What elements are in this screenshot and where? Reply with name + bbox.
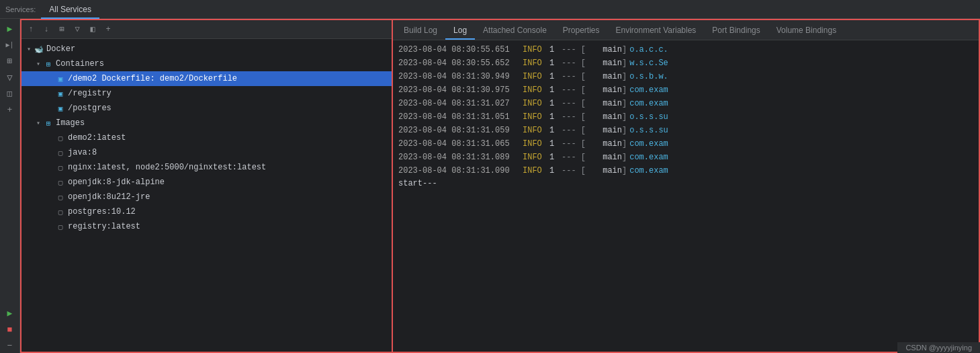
grid2-button[interactable]: ⊞ (55, 23, 69, 36)
log-thread: main (588, 165, 622, 177)
log-bracket: ] (622, 84, 627, 96)
log-last-line: start--- (393, 178, 979, 190)
panel-toolbar: ↑ ↓ ⊞ ▽ ◧ + (21, 20, 392, 39)
demo2-latest-label: demo2:latest (68, 133, 126, 143)
log-timestamp: 2023-08-04 08:31:30.949 (398, 71, 523, 83)
log-line-2: 2023-08-04 08:31:30.949 INFO 1 --- [ mai… (393, 70, 979, 83)
nginx-label: nginx:latest, node2:5000/nginxtest:lates… (68, 163, 266, 172)
tree-node-containers[interactable]: ▾ ⊞ Containers (21, 56, 392, 71)
openjdk8jdk-label: openjdk:8-jdk-alpine (68, 178, 165, 187)
add2-button[interactable]: + (101, 23, 115, 36)
containers-icon: ⊞ (43, 60, 54, 69)
services-label: Services: (0, 5, 41, 13)
tree-area: ▾ 🐋 Docker ▾ ⊞ Containers ▣ /demo2 Docke… (21, 39, 392, 237)
log-line-6: 2023-08-04 08:31:31.059 INFO 1 --- [ mai… (393, 124, 979, 137)
log-level: INFO (523, 165, 549, 177)
log-bracket: ] (622, 97, 627, 110)
watermark: CSDN @yyyyjinying (897, 342, 980, 353)
log-sep: --- [ (562, 124, 588, 136)
tree-node-images[interactable]: ▾ ⊞ Images (21, 116, 392, 130)
log-level: INFO (523, 44, 549, 56)
start-button[interactable]: ▶ (3, 306, 17, 321)
tab-port-bindings[interactable]: Port Bindings (704, 21, 768, 40)
log-timestamp: 2023-08-04 08:31:31.090 (398, 165, 523, 177)
log-timestamp: 2023-08-04 08:31:31.051 (398, 111, 523, 123)
add-button[interactable]: + (3, 102, 17, 117)
postgres-icon: ▣ (55, 104, 66, 113)
top-tab-bar: Services: All Services (0, 0, 980, 19)
log-num: 1 (549, 165, 562, 177)
log-num: 1 (549, 84, 562, 96)
log-level: INFO (523, 71, 549, 83)
settings2-button[interactable]: ◫ (3, 86, 17, 101)
tab-volume-bindings[interactable]: Volume Bindings (768, 21, 844, 40)
stop-button[interactable]: ■ (3, 322, 17, 337)
log-level: INFO (523, 138, 549, 150)
log-line-0: 2023-08-04 08:30:55.651 INFO 1 --- [ mai… (393, 43, 979, 56)
log-timestamp: 2023-08-04 08:30:55.651 (398, 44, 523, 56)
log-thread: main (588, 97, 622, 110)
log-timestamp: 2023-08-04 08:30:55.652 (398, 57, 523, 69)
tree-node-openjdk8jre[interactable]: ▢ openjdk:8u212-jre (21, 190, 392, 204)
tab-environment-variables[interactable]: Environment Variables (608, 21, 705, 40)
settings3-button[interactable]: ◧ (86, 23, 99, 36)
images-icon: ⊞ (43, 119, 54, 128)
tree-node-postgres[interactable]: ▣ /postgres (21, 101, 392, 116)
tab-build-log[interactable]: Build Log (396, 21, 445, 40)
log-bracket: ] (622, 138, 627, 150)
sort-up-button[interactable]: ↑ (24, 23, 38, 36)
log-line-9: 2023-08-04 08:31:31.090 INFO 1 --- [ mai… (393, 164, 979, 178)
log-content[interactable]: 2023-08-04 08:30:55.651 INFO 1 --- [ mai… (393, 40, 979, 352)
log-sep: --- [ (562, 44, 588, 56)
docker-label: Docker (46, 44, 75, 54)
log-thread: main (588, 44, 622, 56)
tree-node-registry[interactable]: ▣ /registry (21, 86, 392, 101)
tab-log[interactable]: Log (445, 21, 475, 40)
log-line-5: 2023-08-04 08:31:31.051 INFO 1 --- [ mai… (393, 110, 979, 124)
openjdk8jre-icon: ▢ (55, 193, 66, 202)
tree-node-nginx[interactable]: ▢ nginx:latest, node2:5000/nginxtest:lat… (21, 160, 392, 175)
log-line-8: 2023-08-04 08:31:31.089 INFO 1 --- [ mai… (393, 151, 979, 164)
left-toolbar: ▶ ▶| ⊞ ▽ ◫ + ▶ ■ − (0, 19, 20, 353)
demo2-label: /demo2 Dockerfile: demo2/Dockerfile (68, 74, 237, 83)
log-num: 1 (549, 71, 562, 83)
log-line-7: 2023-08-04 08:31:31.065 INFO 1 --- [ mai… (393, 137, 979, 151)
log-bracket: ] (622, 57, 627, 69)
log-class: o.s.s.su (629, 124, 668, 136)
sort-down-button[interactable]: ↓ (40, 23, 53, 36)
log-timestamp: 2023-08-04 08:31:31.089 (398, 151, 523, 163)
log-level: INFO (523, 84, 549, 96)
run-single-button[interactable]: ▶| (3, 38, 17, 52)
log-thread: main (588, 138, 622, 150)
log-level: INFO (523, 111, 549, 123)
tree-node-docker[interactable]: ▾ 🐋 Docker (21, 42, 392, 56)
log-timestamp: 2023-08-04 08:31:31.027 (398, 97, 523, 110)
tab-properties[interactable]: Properties (555, 21, 608, 40)
log-sep: --- [ (562, 57, 588, 69)
log-class: o.a.c.c. (629, 44, 668, 56)
tree-node-openjdk8jdk[interactable]: ▢ openjdk:8-jdk-alpine (21, 175, 392, 190)
filter2-button[interactable]: ▽ (71, 23, 84, 36)
tree-node-registry-image[interactable]: ▢ registry:latest (21, 219, 392, 234)
log-bracket: ] (622, 71, 627, 83)
log-timestamp: 2023-08-04 08:31:31.059 (398, 124, 523, 136)
tab-all-services[interactable]: All Services (41, 0, 99, 19)
tree-node-postgres-image[interactable]: ▢ postgres:10.12 (21, 204, 392, 219)
log-sep: --- [ (562, 165, 588, 177)
tab-attached-console[interactable]: Attached Console (475, 21, 555, 40)
grid-button[interactable]: ⊞ (3, 54, 17, 69)
run-button[interactable]: ▶ (3, 22, 17, 36)
registry-label: /registry (68, 89, 112, 98)
tree-node-java8[interactable]: ▢ java:8 (21, 145, 392, 160)
log-num: 1 (549, 111, 562, 123)
log-num: 1 (549, 151, 562, 163)
containers-arrow-icon: ▾ (34, 60, 43, 68)
filter-button[interactable]: ▽ (3, 70, 17, 85)
log-thread: main (588, 151, 622, 163)
minus-button[interactable]: − (3, 338, 17, 353)
postgres-label: /postgres (68, 104, 112, 113)
log-class: com.exam (629, 165, 668, 177)
tree-node-demo2-latest[interactable]: ▢ demo2:latest (21, 130, 392, 145)
log-num: 1 (549, 124, 562, 136)
tree-node-demo2[interactable]: ▣ /demo2 Dockerfile: demo2/Dockerfile (21, 71, 392, 86)
